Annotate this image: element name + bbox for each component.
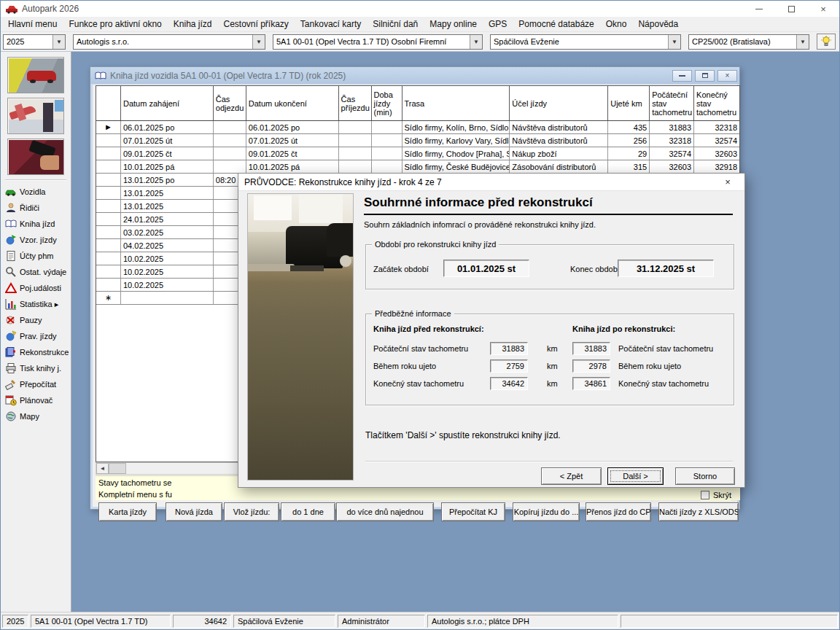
logbook-action-button[interactable]: Přenos jízd do CP bbox=[586, 502, 651, 521]
menu-item[interactable]: Kniha jízd bbox=[168, 18, 218, 31]
app-icon bbox=[6, 4, 18, 14]
unit-label: km bbox=[547, 362, 558, 370]
chevron-down-icon[interactable]: ▼ bbox=[668, 35, 680, 49]
row-indicator: ∗ bbox=[96, 292, 121, 304]
receipt-icon bbox=[5, 250, 17, 262]
sidebar-item-kniha-jizd[interactable]: Kniha jízd bbox=[1, 216, 71, 232]
sidebar-item-pauzy[interactable]: Pauzy bbox=[1, 312, 71, 328]
column-header: Účel jízdy bbox=[510, 86, 608, 120]
driver-icon bbox=[5, 202, 17, 214]
sidebar-item-ostatni-vydaje[interactable]: Ostat. výdaje bbox=[1, 264, 71, 280]
banner-fuel-image[interactable] bbox=[7, 139, 64, 175]
sidebar-item-rekonstrukce[interactable]: Rekonstrukce bbox=[1, 344, 71, 360]
table-row[interactable]: 10.01.2025 pá 10.01.2025 pá Sídlo firmy,… bbox=[96, 160, 739, 174]
row-indicator bbox=[96, 147, 121, 160]
year-combo[interactable]: 2025 ▼ bbox=[3, 34, 66, 50]
sidebar: Vozidla Řidiči Kniha jízd Vzor. jízdy Úč… bbox=[1, 52, 71, 612]
logbook-action-button[interactable]: Přepočítat KJ bbox=[441, 502, 505, 521]
logbook-action-button[interactable]: do 1 dne bbox=[281, 502, 335, 521]
banner-car-image[interactable] bbox=[7, 57, 64, 93]
chevron-down-icon[interactable]: ▼ bbox=[252, 35, 265, 49]
menu-item[interactable]: Pomocné databáze bbox=[513, 18, 599, 31]
unit-label: km bbox=[547, 379, 558, 388]
back-button[interactable]: < Zpět bbox=[541, 467, 602, 485]
menu-item[interactable]: Nápověda bbox=[632, 18, 684, 31]
chevron-down-icon[interactable]: ▼ bbox=[470, 35, 482, 49]
unit-label: km bbox=[547, 344, 558, 353]
row-indicator bbox=[96, 279, 121, 291]
sidebar-item-vzor-jizdy[interactable]: Vzor. jízdy bbox=[1, 232, 71, 248]
before-value-field: 34642 bbox=[490, 377, 528, 390]
bar-chart-icon bbox=[5, 298, 17, 310]
menu-item[interactable]: Cestovní příkazy bbox=[217, 18, 294, 31]
table-row[interactable]: 09.01.2025 čt 09.01.2025 čt Sídlo firmy,… bbox=[96, 147, 739, 160]
logbook-title-bar[interactable]: Kniha jízd vozidla 5A1 00-01 (Opel Vectr… bbox=[90, 67, 739, 84]
close-icon[interactable]: × bbox=[717, 176, 739, 187]
end-value-field: 31.12.2025 st bbox=[618, 260, 714, 277]
row-indicator bbox=[96, 239, 121, 252]
sidebar-item-statistika[interactable]: Statistika ▸ bbox=[1, 296, 71, 312]
close-icon[interactable]: × bbox=[718, 70, 737, 82]
column-header: Ujeté km bbox=[608, 86, 650, 120]
wizard-title-bar[interactable]: PRŮVODCE: Rekonstrukce knihy jízd - krok… bbox=[238, 174, 744, 191]
scroll-left-icon[interactable]: ◄ bbox=[96, 463, 109, 474]
logbook-action-button[interactable]: do více dnů najednou bbox=[336, 502, 434, 521]
trip-order-combo[interactable]: CP25/002 (Bratislava) ▼ bbox=[688, 34, 809, 50]
menu-item[interactable]: GPS bbox=[483, 18, 513, 31]
start-label: Začátek období bbox=[373, 265, 429, 273]
banner-travel-image[interactable] bbox=[7, 98, 64, 134]
book-icon bbox=[95, 71, 106, 81]
status-filler bbox=[621, 615, 838, 628]
company-combo[interactable]: Autologis s.r.o. ▼ bbox=[73, 34, 265, 50]
sidebar-item-ridici[interactable]: Řidiči bbox=[1, 200, 71, 216]
next-button[interactable]: Další > bbox=[607, 467, 664, 485]
logbook-action-button[interactable]: Vlož jízdu: bbox=[224, 502, 279, 521]
menu-item[interactable]: Tankovací karty bbox=[295, 18, 367, 31]
sidebar-item-mapy[interactable]: Mapy bbox=[1, 408, 71, 424]
sidebar-item-pojistne-udalosti[interactable]: Poj.události bbox=[1, 280, 71, 296]
hide-checkbox-row[interactable]: Skrýt bbox=[701, 489, 731, 501]
sidebar-item-planovac[interactable]: Plánovač bbox=[1, 392, 71, 408]
sidebar-item-ucty-phm[interactable]: Účty phm bbox=[1, 248, 71, 264]
sidebar-item-pravidelne-jizdy[interactable]: Prav. jízdy bbox=[1, 328, 71, 344]
column-header: Datum zahájení bbox=[121, 86, 214, 120]
menu-item[interactable]: Silniční daň bbox=[367, 18, 424, 31]
warning-triangle-icon bbox=[5, 282, 17, 294]
chevron-down-icon[interactable]: ▼ bbox=[796, 35, 809, 49]
maximize-icon[interactable] bbox=[775, 1, 807, 17]
toolbar: 2025 ▼ Autologis s.r.o. ▼ 5A1 00-01 (Ope… bbox=[1, 32, 839, 52]
minimize-icon[interactable] bbox=[672, 70, 692, 82]
printer-icon bbox=[5, 362, 17, 374]
lightbulb-icon bbox=[821, 36, 831, 47]
menu-item[interactable]: Funkce pro aktivní okno bbox=[63, 18, 167, 31]
cancel-button[interactable]: Storno bbox=[675, 467, 735, 485]
table-row[interactable]: 07.01.2025 út 07.01.2025 út Sídlo firmy,… bbox=[96, 134, 739, 147]
sidebar-item-prepocitat[interactable]: Přepočítat bbox=[1, 376, 71, 392]
logbook-action-button[interactable]: Kopíruj jízdu do ... bbox=[513, 502, 580, 521]
row-indicator bbox=[96, 200, 121, 212]
scrollbar-thumb[interactable] bbox=[109, 463, 126, 474]
menu-item[interactable]: Hlavní menu bbox=[2, 18, 63, 31]
chevron-down-icon[interactable]: ▼ bbox=[52, 35, 65, 49]
restore-icon[interactable] bbox=[695, 70, 715, 82]
menu-item[interactable]: Mapy online bbox=[424, 18, 483, 31]
menu-item[interactable]: Okno bbox=[600, 18, 633, 31]
wizard-description: Souhrn základních infomrací o prováděné … bbox=[364, 220, 733, 229]
sidebar-item-vozidla[interactable]: Vozidla bbox=[1, 184, 71, 200]
close-icon[interactable]: × bbox=[807, 1, 839, 17]
tip-button[interactable] bbox=[817, 34, 836, 50]
checkbox-icon[interactable] bbox=[701, 491, 709, 499]
logbook-action-button[interactable]: Načti jízdy z XLS/ODS bbox=[658, 502, 739, 521]
sidebar-item-tisk-knihy[interactable]: Tisk knihy j. bbox=[1, 360, 71, 376]
info-line: Kompletní menu s fu bbox=[98, 489, 737, 500]
minimize-icon[interactable] bbox=[743, 1, 775, 17]
table-row[interactable]: ► 06.01.2025 po 06.01.2025 po Sídlo firm… bbox=[96, 121, 739, 134]
row-indicator bbox=[96, 134, 121, 147]
vehicle-combo[interactable]: 5A1 00-01 (Opel Vectra 1.7 TD) Osobní Fi… bbox=[273, 34, 483, 50]
period-legend: Období pro rekonstrukci knihy jízd bbox=[372, 240, 499, 249]
book-icon bbox=[5, 218, 17, 230]
column-header: Trasa bbox=[402, 86, 510, 120]
logbook-action-button[interactable]: Karta jízdy bbox=[98, 502, 157, 521]
logbook-action-button[interactable]: Nová jízda bbox=[166, 502, 222, 521]
driver-combo[interactable]: Spáčilová Evženie ▼ bbox=[490, 34, 681, 50]
